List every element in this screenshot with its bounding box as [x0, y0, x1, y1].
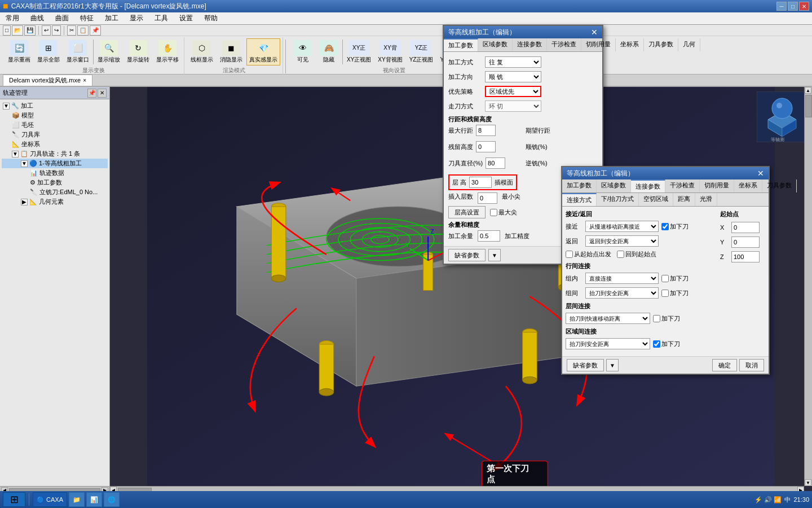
taskbar-item-2[interactable]: 📁 — [69, 492, 85, 507]
tb-xy-front-btn[interactable]: XY正 XY正视图 — [344, 38, 374, 65]
dialog2-tab-3[interactable]: 干涉检查 — [665, 179, 700, 192]
dialog2-sub-tab-0[interactable]: 连接方式 — [562, 193, 597, 206]
tb-copy-btn[interactable]: 📋 — [77, 25, 89, 36]
panel-close-btn[interactable]: ✕ — [98, 89, 107, 98]
dialog1-tab-2[interactable]: 连接参数 — [513, 38, 547, 51]
dialog2-tab-5[interactable]: 坐标系 — [734, 179, 762, 192]
dialog2-close-btn[interactable]: ✕ — [757, 169, 764, 178]
approach-select[interactable]: 从慢速移动距离接近 — [585, 221, 659, 232]
start-button[interactable]: ⊞ — [3, 492, 25, 507]
scroll-down-btn[interactable]: ▼ — [805, 479, 811, 486]
dialog2-sub-tab-1[interactable]: 下/抬刀方式 — [597, 193, 639, 206]
dialog2-tab-6[interactable]: 刀具参数 — [762, 179, 797, 192]
dialog1-tab-4[interactable]: 切削用量 — [581, 38, 616, 51]
dialog2-tab-2[interactable]: 连接参数 — [631, 179, 665, 192]
dialog2-default-btn[interactable]: 缺省参数 — [567, 359, 604, 371]
dialog2-expand-btn[interactable]: ▼ — [606, 359, 619, 371]
dialog2-sub-tab-3[interactable]: 距离 — [673, 193, 695, 206]
ingroup-select[interactable]: 直接连接 — [585, 273, 659, 284]
max-row-dist-input[interactable] — [476, 125, 496, 136]
tb-showpan-btn[interactable]: ✋ 显示平移 — [153, 38, 182, 65]
dialog2-tab-1[interactable]: 区域参数 — [597, 179, 631, 192]
tb-realistic-btn[interactable]: 💎 真实感显示 — [246, 38, 280, 65]
menu-curve[interactable]: 曲线 — [25, 12, 50, 24]
tb-save-btn[interactable]: 💾 — [24, 25, 36, 36]
expand-machining[interactable]: ▼ — [3, 103, 10, 110]
start-y-input[interactable] — [731, 237, 760, 248]
tree-item-tool[interactable]: 🔪 立铣刀:EdML_0 No... — [2, 187, 108, 197]
menu-feature[interactable]: 特征 — [74, 12, 99, 24]
intergroup-checkbox[interactable] — [661, 290, 669, 297]
dialog1-tab-6[interactable]: 刀具参数 — [644, 38, 678, 51]
dialog1-tab-7[interactable]: 几何 — [678, 38, 700, 51]
start-x-input[interactable] — [731, 222, 760, 233]
layer-connect-checkbox[interactable] — [653, 315, 660, 322]
tb-xy-back-btn[interactable]: XY背 XY背视图 — [375, 38, 405, 65]
tb-paste-btn[interactable]: 📌 — [90, 25, 101, 36]
machining-allowance-input[interactable] — [478, 230, 500, 242]
tb-redo-btn[interactable]: ↪ — [52, 25, 61, 36]
expand-geoelems[interactable]: ▶ — [21, 199, 28, 205]
tree-item-path1[interactable]: ▼ 🔵 1-等高线粗加工 — [2, 159, 108, 168]
return-select[interactable]: 返回到安全距离 — [585, 235, 659, 247]
minimize-button[interactable]: ─ — [776, 2, 787, 11]
taskbar-item-1[interactable]: 🔵 CAXA — [33, 492, 67, 507]
approach-checkbox[interactable] — [661, 223, 669, 230]
tb-showzoom-btn[interactable]: 🔍 显示缩放 — [95, 38, 123, 65]
tool-diameter-input[interactable] — [486, 157, 505, 169]
taskbar-item-3[interactable]: 📊 — [86, 492, 102, 507]
cut-mode-select[interactable]: 环 切 — [485, 100, 541, 112]
tb-new-btn[interactable]: □ — [3, 25, 11, 36]
dialog2-cancel-btn[interactable]: 取消 — [739, 359, 764, 371]
start-z-input[interactable] — [731, 251, 760, 262]
region-connect-checkbox[interactable] — [653, 340, 660, 348]
tree-item-coords[interactable]: 📐 坐标系 — [2, 139, 108, 149]
dialog1-tab-0[interactable]: 加工参数 — [444, 38, 478, 51]
tb-cut-btn[interactable]: ✂ — [67, 25, 76, 36]
tree-item-trajparams[interactable]: ⚙ 加工参数 — [2, 178, 108, 187]
dialog1-tab-1[interactable]: 区域参数 — [478, 38, 513, 51]
machining-direction-select[interactable]: 顺 铣 — [485, 71, 541, 82]
menu-settings[interactable]: 设置 — [174, 12, 198, 24]
dialog1-tab-3[interactable]: 干涉检查 — [547, 38, 581, 51]
tree-item-paths[interactable]: ▼ 📋 刀具轨迹：共 1 条 — [2, 149, 108, 159]
tb-visible-btn[interactable]: 👁 可见 — [290, 38, 315, 65]
taskbar-item-4[interactable]: 🌐 — [104, 492, 120, 507]
dialog1-default-btn[interactable]: 缺省参数 — [448, 249, 486, 261]
tb-undo-btn[interactable]: ↩ — [42, 25, 51, 36]
tb-showall-btn[interactable]: ⊞ 显示全部 — [34, 38, 63, 65]
scroll-thumb-v[interactable] — [805, 95, 812, 117]
panel-pin-btn[interactable]: 📌 — [87, 89, 96, 98]
dialog2-tab-4[interactable]: 切削用量 — [700, 179, 734, 192]
residual-height-input[interactable] — [476, 141, 496, 152]
machining-mode-select[interactable]: 往 复 — [485, 56, 541, 68]
menu-display[interactable]: 显示 — [124, 12, 149, 24]
tb-wireframe-btn[interactable]: ⬡ 线框显示 — [188, 38, 216, 65]
dialog2-tab-0[interactable]: 加工参数 — [562, 179, 597, 192]
dialog2-confirm-btn[interactable]: 确定 — [712, 359, 737, 371]
menu-surface[interactable]: 曲面 — [50, 12, 74, 24]
viewport-scrollbar-v[interactable]: ▲ ▼ — [804, 87, 812, 486]
tree-item-machining[interactable]: ▼ 🔧 加工 — [2, 101, 108, 111]
tree-item-model[interactable]: 📦 模型 — [2, 111, 108, 120]
to-start-checkbox[interactable] — [617, 251, 624, 258]
priority-strategy-select[interactable]: 区域优先 — [485, 86, 541, 97]
tb-yz-front-btn[interactable]: YZ正 YZ正视图 — [407, 38, 436, 65]
insert-layers-input[interactable] — [478, 192, 497, 204]
tree-item-blank[interactable]: ⬜ 毛坯 — [2, 120, 108, 130]
dialog1-close-btn[interactable]: ✕ — [591, 28, 598, 37]
layer-height-input[interactable] — [469, 177, 492, 188]
menu-help[interactable]: 帮助 — [198, 12, 223, 24]
tree-item-trajdata[interactable]: 📊 轨迹数据 — [2, 168, 108, 178]
ingroup-checkbox[interactable] — [661, 275, 669, 282]
menu-machining[interactable]: 加工 — [99, 12, 124, 24]
menu-common[interactable]: 常用 — [0, 12, 25, 24]
tb-open-btn[interactable]: 📂 — [12, 25, 23, 36]
tree-item-geoelems[interactable]: ▶ 📐 几何元素 — [2, 197, 108, 207]
scroll-up-btn[interactable]: ▲ — [805, 87, 811, 94]
dialog2-sub-tab-2[interactable]: 空切区域 — [639, 193, 673, 206]
region-connect-select[interactable]: 抬刀到安全距离 — [566, 338, 650, 349]
max-check-checkbox[interactable] — [490, 209, 497, 216]
doc-tab[interactable]: Delcam vortex旋风铣.mxe × — [3, 75, 92, 86]
close-button[interactable]: ✕ — [799, 2, 809, 11]
